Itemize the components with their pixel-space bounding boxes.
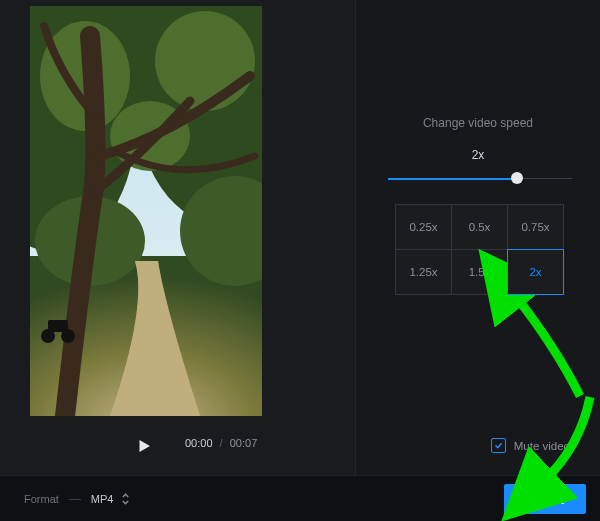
svg-point-8 (155, 11, 255, 111)
video-preview-pane: 00:00 / 00:07 (0, 0, 355, 475)
export-button[interactable]: Export (504, 484, 586, 514)
format-selector[interactable]: Format MP4 (24, 476, 130, 521)
time-separator: / (220, 437, 223, 449)
format-value: MP4 (91, 493, 114, 505)
export-label: Export (526, 492, 564, 507)
playback-time: 00:00 / 00:07 (185, 437, 257, 449)
speed-settings-pane: Change video speed 2x 0.25x0.5x0.75x1.25… (356, 0, 600, 475)
speed-preset-1-5x[interactable]: 1.5x (451, 249, 508, 295)
speed-slider[interactable] (388, 172, 572, 186)
format-label: Format (24, 493, 59, 505)
speed-value-label: 2x (356, 148, 600, 162)
mute-video-checkbox[interactable]: Mute video (491, 438, 570, 453)
bottom-bar: Format MP4 Export (0, 475, 600, 521)
svg-rect-12 (48, 320, 68, 332)
video-thumbnail (30, 6, 262, 416)
slider-thumb[interactable] (511, 172, 523, 184)
speed-preset-0-25x[interactable]: 0.25x (395, 204, 452, 250)
speed-preset-1-25x[interactable]: 1.25x (395, 249, 452, 295)
current-time-label: 00:00 (185, 437, 213, 449)
video-preview[interactable] (30, 6, 262, 416)
slider-fill (388, 178, 517, 180)
format-divider (69, 499, 81, 500)
speed-preset-grid: 0.25x0.5x0.75x1.25x1.5x2x (396, 205, 564, 295)
speed-preset-0-75x[interactable]: 0.75x (507, 204, 564, 250)
duration-label: 00:07 (230, 437, 258, 449)
speed-preset-2x[interactable]: 2x (507, 249, 564, 295)
speed-title: Change video speed (356, 116, 600, 130)
checkbox-icon (491, 438, 506, 453)
play-icon[interactable] (135, 437, 153, 455)
speed-preset-0-5x[interactable]: 0.5x (451, 204, 508, 250)
mute-label: Mute video (514, 440, 570, 452)
format-stepper-icon[interactable] (121, 493, 130, 505)
